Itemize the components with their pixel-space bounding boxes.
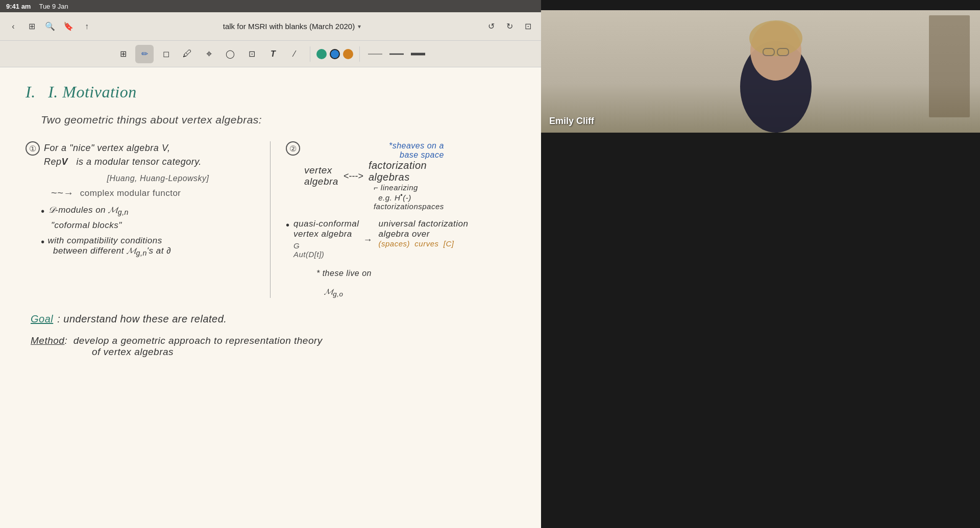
- text-tool-button[interactable]: T: [264, 45, 282, 63]
- item1-number: ①: [26, 141, 40, 156]
- goal-label: Goal: [31, 313, 53, 325]
- star-live-note: * these live on 𝓜g,o: [316, 269, 516, 298]
- time-display: 9:41 am: [6, 3, 31, 10]
- item1-arrow: ~~→ complex modular functor: [51, 187, 260, 199]
- goal-colon: : understand how these are related.: [57, 313, 227, 325]
- highlighter-tool-button[interactable]: 🖊: [178, 45, 197, 63]
- bullet-compatibility: • with compatibility conditions between …: [41, 236, 260, 257]
- lasso-tool-button[interactable]: ⌖: [200, 45, 218, 63]
- item1-row: ① For a "nice" vertex algebra V, RepV is…: [26, 141, 260, 169]
- speaker-label: Emily Cliff: [549, 116, 594, 127]
- quasi-arrow-icon: →: [363, 235, 372, 245]
- eraser-tool-button[interactable]: ◻: [157, 45, 175, 63]
- apps-button[interactable]: ⊞: [24, 19, 39, 34]
- thin-line-selector[interactable]: [366, 49, 384, 59]
- item1-reference: [Huang, Huang-Lepowsky]: [56, 174, 260, 183]
- quasi-right-text: universal factorizationalgebra over: [378, 219, 468, 239]
- pen-tool-button[interactable]: ✏: [135, 45, 154, 63]
- medium-line-selector[interactable]: [387, 49, 406, 59]
- thick-line-selector[interactable]: [409, 49, 427, 59]
- method-line2: of vertex algebras: [92, 346, 510, 358]
- svg-point-5: [749, 20, 802, 56]
- bookmark-button[interactable]: 🔖: [61, 19, 76, 34]
- quasi-label: quasi-conformalvertex algebra: [293, 219, 359, 239]
- method-line1: Method: develop a geometric approach to …: [31, 335, 510, 346]
- section-title: I. I. Motivation: [26, 83, 516, 102]
- date-display: Tue 9 Jan: [39, 3, 68, 10]
- quasi-right-note: (spaces) curves [C]: [378, 239, 468, 248]
- more-button[interactable]: ⊡: [521, 19, 535, 34]
- item1-line1: For a "nice" vertex algebra V,: [44, 141, 202, 155]
- camera-tool-button[interactable]: ⊡: [242, 45, 261, 63]
- item2-row: ② vertexalgebra <---> *sheaves on a base…: [286, 141, 516, 211]
- subtitle-text: Two geometric things about vertex algebr…: [41, 114, 516, 126]
- item2-sub-note: ⌐ linearizing e.g. H•(-) factorizationsp…: [374, 183, 444, 211]
- back-button[interactable]: ‹: [6, 19, 20, 34]
- search-button[interactable]: 🔍: [43, 19, 57, 34]
- share-button[interactable]: ↑: [80, 19, 94, 34]
- orange-color-dot[interactable]: [343, 49, 353, 59]
- method-row: Method: develop a geometric approach to …: [31, 335, 510, 358]
- undo-button[interactable]: ↺: [484, 19, 498, 34]
- quasi-item-row: • quasi-conformalvertex algebra G Aut(D[…: [286, 219, 516, 259]
- goal-row: Goal : understand how these are related.: [31, 313, 510, 325]
- bullet-dmodules: • 𝒟-modules on 𝓜g,n: [41, 205, 260, 217]
- blue-color-dot[interactable]: [330, 49, 340, 59]
- method-label: Method: [31, 335, 64, 346]
- item2-main-text: factorizationalgebras: [369, 160, 444, 183]
- redo-button[interactable]: ↻: [502, 19, 517, 34]
- video-panel: Emily Cliff: [541, 0, 980, 528]
- bidir-arrow-icon: <--->: [344, 171, 363, 182]
- laser-tool-button[interactable]: ∕: [285, 45, 304, 63]
- quasi-sub-label: G Aut(D[t]): [293, 241, 359, 259]
- title-chevron-icon[interactable]: ▾: [358, 23, 361, 30]
- item2-number: ②: [286, 141, 300, 156]
- green-color-dot[interactable]: [316, 49, 327, 59]
- video-container: Emily Cliff: [541, 10, 980, 133]
- shape-tool-button[interactable]: ◯: [221, 45, 239, 63]
- select-tool-button[interactable]: ⊞: [114, 45, 132, 63]
- item1-line2: RepV is a modular tensor category.: [44, 155, 202, 169]
- item2-left-text: vertexalgebra: [304, 165, 338, 187]
- bullet-confblocks: "coformal blocks": [51, 220, 260, 231]
- doc-title: talk for MSRI with blanks (March 2020): [223, 22, 355, 31]
- item2-top-note: *sheaves on a base space: [369, 141, 444, 160]
